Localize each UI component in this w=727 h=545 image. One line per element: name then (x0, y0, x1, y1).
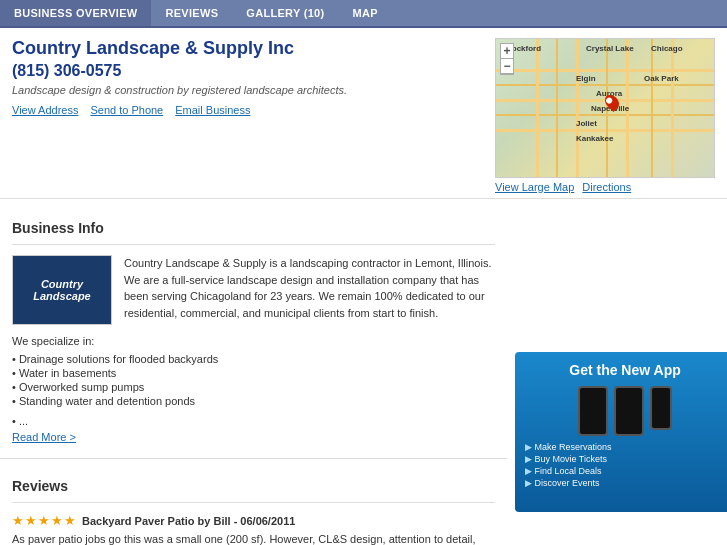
review-title-row-0: ★ ★ ★ ★ ★ Backyard Paver Patio by Bill -… (12, 513, 495, 528)
view-large-map-link[interactable]: View Large Map (495, 181, 574, 193)
business-info-header: Business Info (12, 214, 495, 245)
tab-business-overview[interactable]: Business Overview (0, 0, 151, 26)
business-info-section: Business Info CountryLandscape Country L… (0, 204, 507, 453)
map-links-row: View Large Map Directions (495, 181, 715, 193)
phone-icon-1 (578, 386, 608, 436)
specialize-list: Drainage solutions for flooded backyards… (12, 353, 495, 407)
map-zoom-in[interactable]: + (501, 44, 513, 59)
list-item: Standing water and detention ponds (12, 395, 495, 407)
section-divider (0, 458, 507, 459)
send-to-phone-link[interactable]: Send to Phone (90, 104, 163, 116)
map-zoom-controls: + − (500, 43, 514, 75)
read-more-link[interactable]: Read More > (12, 431, 495, 443)
content-right: Get the New App Make Reservations Buy Mo… (507, 204, 727, 545)
app-feature-1: Buy Movie Tickets (525, 454, 725, 464)
review-text-0: As paver patio jobs go this was a small … (12, 531, 495, 545)
map-zoom-out[interactable]: − (501, 59, 513, 74)
header-section: Country Landscape & Supply Inc (815) 306… (0, 28, 727, 193)
business-tagline: Landscape design & construction by regis… (12, 84, 485, 96)
main-content-row: Business Info CountryLandscape Country L… (0, 204, 727, 545)
star-icon: ★ (25, 513, 37, 528)
review-item-0: ★ ★ ★ ★ ★ Backyard Paver Patio by Bill -… (12, 513, 495, 545)
app-feature-2: Find Local Deals (525, 466, 725, 476)
specialize-intro: We specialize in: (12, 335, 495, 347)
app-banner[interactable]: Get the New App Make Reservations Buy Mo… (515, 352, 727, 512)
app-feature-3: Discover Events (525, 478, 725, 488)
star-icon: ★ (64, 513, 76, 528)
reviews-section: Reviews ★ ★ ★ ★ ★ Backyard Paver Patio b… (0, 464, 507, 545)
content-left: Business Info CountryLandscape Country L… (0, 204, 507, 545)
business-phone: (815) 306-0575 (12, 62, 485, 80)
tabs-bar: Business Overview Reviews Gallery (10) M… (0, 0, 727, 28)
action-links: View Address Send to Phone Email Busines… (12, 104, 485, 116)
app-banner-title: Get the New App (525, 362, 725, 378)
business-info-row: CountryLandscape Country Landscape & Sup… (12, 255, 495, 325)
header-right: Rockford Crystal Lake Chicago Elgin Auro… (495, 38, 715, 193)
email-business-link[interactable]: Email Business (175, 104, 250, 116)
view-address-link[interactable]: View Address (12, 104, 78, 116)
tab-map[interactable]: Map (339, 0, 392, 26)
tab-gallery[interactable]: Gallery (10) (232, 0, 338, 26)
star-icon: ★ (38, 513, 50, 528)
list-item: Drainage solutions for flooded backyards (12, 353, 495, 365)
logo-text: CountryLandscape (33, 278, 90, 302)
star-icon: ★ (12, 513, 24, 528)
map-thumbnail[interactable]: Rockford Crystal Lake Chicago Elgin Auro… (495, 38, 715, 178)
review-body-0: As paver patio jobs go this was a small … (12, 533, 487, 545)
phone-icon-2 (614, 386, 644, 436)
header-divider (0, 198, 727, 199)
app-feature-0: Make Reservations (525, 442, 725, 452)
reviews-header: Reviews (12, 472, 495, 503)
business-description: Country Landscape & Supply is a landscap… (124, 255, 495, 325)
tab-reviews[interactable]: Reviews (151, 0, 232, 26)
app-features-list: Make Reservations Buy Movie Tickets Find… (525, 442, 725, 488)
business-logo: CountryLandscape (12, 255, 112, 325)
review-title-0: Backyard Paver Patio by Bill - 06/06/201… (82, 515, 295, 527)
directions-link[interactable]: Directions (582, 181, 631, 193)
app-banner-phones (525, 386, 725, 436)
dots: • ... (12, 415, 495, 427)
business-name: Country Landscape & Supply Inc (12, 38, 485, 60)
list-item: Water in basements (12, 367, 495, 379)
list-item: Overworked sump pumps (12, 381, 495, 393)
phone-icon-3 (650, 386, 672, 430)
star-icon: ★ (51, 513, 63, 528)
stars-0: ★ ★ ★ ★ ★ (12, 513, 76, 528)
header-left: Country Landscape & Supply Inc (815) 306… (12, 38, 485, 193)
